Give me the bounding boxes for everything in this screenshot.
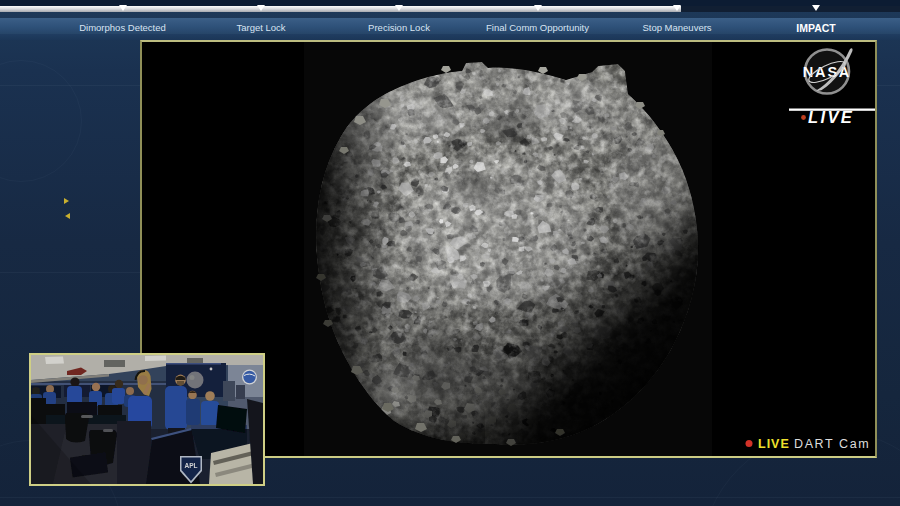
svg-text:LIVE: LIVE: [758, 437, 790, 451]
svg-text:LIVE: LIVE: [808, 108, 854, 126]
svg-text:DART Cam: DART Cam: [794, 437, 870, 451]
